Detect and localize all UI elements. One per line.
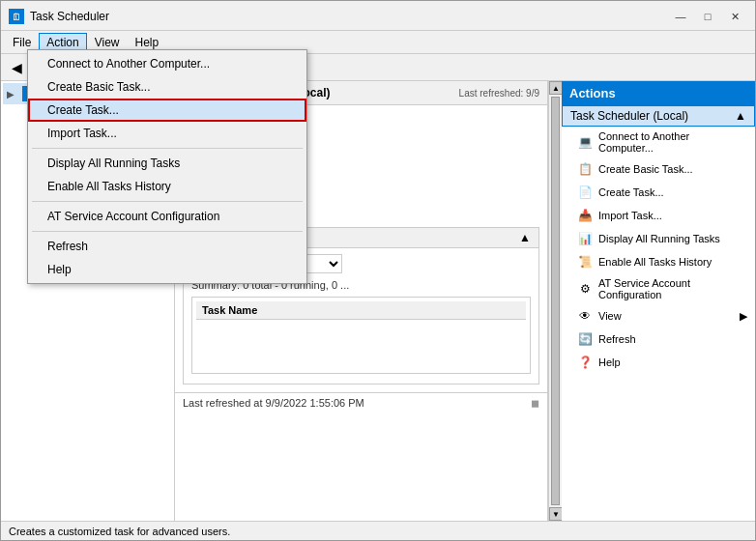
dropdown-enable-history[interactable]: Enable All Tasks History	[28, 175, 306, 198]
app-icon: 🗓	[9, 9, 24, 24]
scroll-down[interactable]: ▼	[549, 507, 562, 521]
center-scrollbar[interactable]: ▲ ▼	[548, 81, 562, 521]
dropdown-create-task[interactable]: Create Task...	[28, 99, 306, 122]
close-button[interactable]: ✕	[722, 7, 747, 26]
dropdown-refresh[interactable]: Refresh	[28, 235, 306, 258]
task-name-column: Task Name	[196, 301, 526, 320]
action-refresh[interactable]: 🔄 Refresh	[562, 327, 755, 351]
task-name-area: Task Name	[191, 297, 531, 374]
action-at-service[interactable]: ⚙ AT Service Account Configuration	[562, 273, 755, 304]
display-running-icon: 📊	[577, 231, 593, 246]
dropdown-menu: Connect to Another Computer... Create Ba…	[27, 49, 307, 284]
scroll-up[interactable]: ▲	[549, 81, 562, 95]
action-connect[interactable]: 💻 Connect to Another Computer...	[562, 127, 755, 157]
import-icon: 📥	[577, 208, 593, 223]
window-title: Task Scheduler	[30, 10, 109, 23]
actions-section-title[interactable]: Task Scheduler (Local) ▲	[562, 105, 755, 127]
dropdown-display-running[interactable]: Display All Running Tasks	[28, 152, 306, 175]
scroll-thumb[interactable]	[551, 97, 560, 505]
last-refreshed-full: Last refreshed at 9/9/2022 1:55:06 PM	[183, 397, 364, 409]
action-create-basic[interactable]: 📋 Create Basic Task...	[562, 157, 755, 181]
help-icon: ❓	[577, 355, 593, 370]
right-panel: Actions Task Scheduler (Local) ▲ 💻 Conne…	[562, 81, 755, 521]
dropdown-connect[interactable]: Connect to Another Computer...	[28, 52, 306, 75]
action-create-task[interactable]: 📄 Create Task...	[562, 181, 755, 204]
action-view[interactable]: 👁 View ▶	[562, 304, 755, 327]
maximize-button[interactable]: □	[695, 7, 720, 26]
minimize-button[interactable]: —	[668, 7, 693, 26]
dropdown-separator-3	[32, 231, 303, 232]
submenu-arrow: ▶	[740, 310, 747, 323]
bottom-status: Last refreshed at 9/9/2022 1:55:06 PM ◼	[175, 392, 547, 413]
dropdown-separator-1	[32, 148, 303, 149]
connect-icon: 💻	[577, 134, 593, 150]
window-controls: — □ ✕	[668, 7, 747, 26]
create-basic-icon: 📋	[577, 161, 593, 177]
action-help[interactable]: ❓ Help	[562, 351, 755, 374]
title-bar-left: 🗓 Task Scheduler	[9, 9, 109, 24]
dropdown-separator-2	[32, 201, 303, 202]
task-table: Task Name	[196, 301, 526, 320]
dropdown-create-basic[interactable]: Create Basic Task...	[28, 75, 306, 99]
actions-header: Actions	[562, 81, 755, 105]
action-display-running[interactable]: 📊 Display All Running Tasks	[562, 227, 755, 250]
at-service-icon: ⚙	[577, 281, 593, 297]
action-import[interactable]: 📥 Import Task...	[562, 204, 755, 227]
action-enable-history[interactable]: 📜 Enable All Tasks History	[562, 250, 755, 273]
refresh-icon: 🔄	[577, 331, 593, 347]
status-bar: Creates a customized task for advanced u…	[1, 521, 755, 540]
enable-history-icon: 📜	[577, 254, 593, 270]
last-refreshed: Last refreshed: 9/9	[459, 88, 539, 99]
status-text: Creates a customized task for advanced u…	[9, 526, 230, 537]
scroll-indicator: ◼	[531, 397, 539, 410]
create-task-icon: 📄	[577, 185, 593, 200]
dropdown-help[interactable]: Help	[28, 258, 306, 281]
dropdown-import[interactable]: Import Task...	[28, 122, 306, 145]
collapse-icon[interactable]: ▲	[519, 231, 531, 244]
view-icon: 👁	[577, 308, 593, 324]
back-button[interactable]: ◀	[5, 57, 28, 78]
section-collapse-icon: ▲	[735, 109, 746, 123]
action-view-inner: 👁 View	[577, 308, 622, 324]
tree-arrow: ▶	[7, 89, 18, 100]
dropdown-at-service[interactable]: AT Service Account Configuration	[28, 205, 306, 228]
title-bar: 🗓 Task Scheduler — □ ✕	[1, 1, 755, 31]
